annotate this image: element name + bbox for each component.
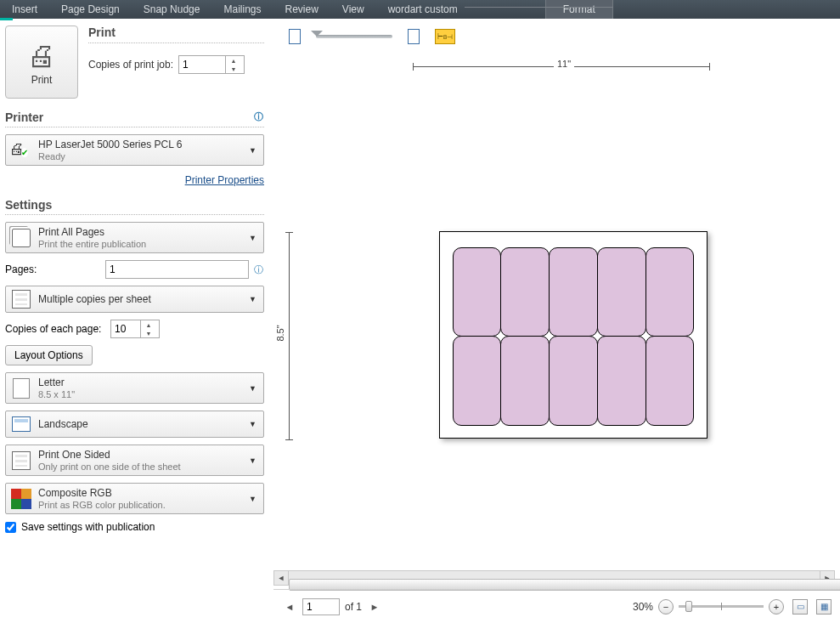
fit-sheet-button[interactable]: ▦ xyxy=(816,599,832,615)
layout-options-button[interactable]: Layout Options xyxy=(5,345,93,365)
one-sided-icon xyxy=(9,450,33,471)
orientation-selector[interactable]: Landscape ▼ xyxy=(5,411,264,438)
page-of-label: of 1 xyxy=(345,601,362,613)
prev-page-button[interactable]: ◄ xyxy=(282,599,297,615)
printer-name: HP LaserJet 5000 Series PCL 6 xyxy=(38,139,245,150)
print-button-label: Print xyxy=(31,74,53,86)
color-sub: Print as RGB color publication. xyxy=(38,500,245,510)
zoom-slider[interactable] xyxy=(679,605,764,608)
status-bar: ◄ of 1 ► 30% − + ▭ ▦ xyxy=(273,589,840,623)
copies-input[interactable] xyxy=(179,56,225,73)
zoom-out-button[interactable]: − xyxy=(658,599,674,615)
copies-down[interactable]: ▼ xyxy=(226,65,241,73)
copies-label: Copies of print job: xyxy=(88,59,173,71)
print-button[interactable]: 🖨 Print xyxy=(5,25,78,99)
print-range-sub: Print the entire publication xyxy=(38,239,245,249)
color-selector[interactable]: Composite RGB Print as RGB color publica… xyxy=(5,483,264,514)
print-range-selector[interactable]: Print All Pages Print the entire publica… xyxy=(5,222,264,253)
ribbon-tab-wordart[interactable]: wordart custom xyxy=(376,0,470,19)
preview-page xyxy=(439,231,708,439)
page-number-input[interactable] xyxy=(302,598,340,615)
paper-icon xyxy=(9,378,33,399)
copies-each-spinner[interactable]: ▲ ▼ xyxy=(110,320,160,338)
scroll-left[interactable]: ◄ xyxy=(274,571,289,585)
ribbon-tab-page-design[interactable]: Page Design xyxy=(49,0,132,19)
ribbon-divider xyxy=(465,7,613,8)
chevron-down-icon: ▼ xyxy=(249,146,257,155)
ribbon-tab-mailings[interactable]: Mailings xyxy=(211,0,273,19)
preview-card xyxy=(597,336,646,426)
chevron-down-icon: ▼ xyxy=(249,495,257,503)
landscape-icon xyxy=(9,414,33,434)
chevron-down-icon: ▼ xyxy=(249,384,257,393)
copies-spinner[interactable]: ▲ ▼ xyxy=(178,55,245,74)
chevron-down-icon: ▼ xyxy=(249,234,257,242)
zoom-in-button[interactable]: + xyxy=(769,599,784,615)
preview-card xyxy=(453,336,502,426)
pages-info-icon[interactable]: ⓘ xyxy=(252,263,264,275)
print-range-title: Print All Pages xyxy=(38,226,245,238)
save-settings-label: Save settings with publication xyxy=(21,521,155,533)
preview-card xyxy=(453,247,502,337)
chevron-down-icon: ▼ xyxy=(249,456,257,465)
pages-stack-icon xyxy=(9,228,33,248)
printer-info-icon[interactable]: ⓘ xyxy=(252,110,264,122)
preview-ruler-toggle[interactable]: ⊢8⊣ xyxy=(435,29,455,44)
preview-card xyxy=(549,247,598,337)
printer-selector[interactable]: HP LaserJet 5000 Series PCL 6 Ready ▼ xyxy=(5,134,264,166)
ribbon-tab-view[interactable]: View xyxy=(330,0,376,19)
ribbon-tab-insert[interactable]: Insert xyxy=(0,0,49,19)
copies-each-up[interactable]: ▲ xyxy=(141,320,156,329)
chevron-down-icon: ▼ xyxy=(249,295,257,303)
copies-mode-label: Multiple copies per sheet xyxy=(38,293,245,305)
preview-card xyxy=(500,336,550,426)
preview-pages-slider[interactable] xyxy=(316,35,392,38)
printer-ready-icon xyxy=(9,140,33,161)
printer-heading: Printer ⓘ xyxy=(5,110,264,124)
preview-card xyxy=(597,247,646,337)
copies-mode-selector[interactable]: Multiple copies per sheet ▼ xyxy=(5,286,264,313)
preview-card xyxy=(646,247,695,337)
multi-copies-icon xyxy=(9,289,33,309)
preview-card xyxy=(500,247,550,337)
color-title: Composite RGB xyxy=(38,487,245,499)
copies-each-label: Copies of each page: xyxy=(5,323,105,335)
printer-status: Ready xyxy=(38,151,245,161)
save-settings-checkbox[interactable] xyxy=(5,522,16,533)
sides-sub: Only print on one side of the sheet xyxy=(38,462,245,472)
fit-page-button[interactable]: ▭ xyxy=(792,599,808,615)
preview-card xyxy=(646,336,695,426)
zoom-level: 30% xyxy=(633,601,653,613)
ribbon-tab-snap-nudge[interactable]: Snap Nudge xyxy=(132,0,212,19)
ribbon: Insert Page Design Snap Nudge Mailings R… xyxy=(0,0,840,19)
rgb-icon xyxy=(9,489,33,509)
preview-page-icon[interactable] xyxy=(289,29,301,44)
copies-each-down[interactable]: ▼ xyxy=(141,329,156,337)
settings-heading: Settings xyxy=(5,198,264,212)
ribbon-tab-review[interactable]: Review xyxy=(273,0,330,19)
copies-each-input[interactable] xyxy=(111,320,140,337)
next-page-button[interactable]: ► xyxy=(367,599,382,615)
ribbon-accent xyxy=(0,18,13,20)
preview-multi-page-icon[interactable] xyxy=(408,29,420,44)
copies-up[interactable]: ▲ xyxy=(226,56,241,65)
pages-input[interactable] xyxy=(105,260,249,279)
ribbon-tab-format[interactable]: Format xyxy=(545,0,613,19)
chevron-down-icon: ▼ xyxy=(249,420,257,428)
printer-icon: 🖨 xyxy=(27,39,56,72)
print-heading: Print xyxy=(88,25,264,39)
sides-selector[interactable]: Print One Sided Only print on one side o… xyxy=(5,445,264,476)
printer-properties-link[interactable]: Printer Properties xyxy=(5,174,264,186)
pages-label: Pages: xyxy=(5,263,105,275)
sides-title: Print One Sided xyxy=(38,449,245,461)
paper-title: Letter xyxy=(38,377,245,388)
orientation-label: Landscape xyxy=(38,418,245,430)
paper-sub: 8.5 x 11" xyxy=(38,389,245,399)
backstage-print-panel: 🖨 Print Print Copies of print job: ▲ ▼ P… xyxy=(5,25,264,533)
horizontal-scrollbar[interactable]: ◄ ► xyxy=(273,570,835,586)
preview-card xyxy=(549,336,598,426)
paper-size-selector[interactable]: Letter 8.5 x 11" ▼ xyxy=(5,372,264,404)
